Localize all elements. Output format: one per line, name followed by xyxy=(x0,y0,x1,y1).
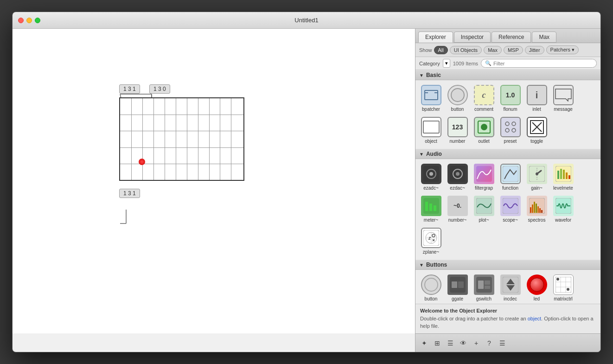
obj-matrixctrl[interactable]: matrixctrl xyxy=(550,273,576,304)
filtergrap-label: filtergrap xyxy=(475,185,493,191)
grid-view-icon[interactable]: ⊞ xyxy=(432,338,442,348)
obj-levelmete[interactable]: levelmete xyxy=(550,162,576,193)
canvas-area[interactable]: 1 3 1 1 3 0 xyxy=(13,29,415,352)
number-label: number xyxy=(450,139,466,144)
wavefor-label: wavefor xyxy=(555,217,571,223)
obj-spectros[interactable]: spectros xyxy=(524,194,549,225)
help-icon[interactable]: ? xyxy=(484,338,494,348)
grid-line xyxy=(120,147,243,148)
obj-ezdac[interactable]: ezdac~ xyxy=(445,162,470,193)
obj-preset[interactable]: preset xyxy=(498,115,523,146)
filter-all[interactable]: All xyxy=(434,46,448,54)
num-box-131-top[interactable]: 1 3 1 xyxy=(119,84,140,94)
incdec-icon xyxy=(500,275,521,295)
category-name-audio: Audio xyxy=(426,151,442,157)
list-view-icon[interactable]: ☰ xyxy=(445,338,455,348)
comment-icon: c xyxy=(474,85,494,105)
minimize-button[interactable] xyxy=(26,18,32,23)
gain-label: gain~ xyxy=(531,185,543,191)
obj-button[interactable]: button xyxy=(445,83,470,114)
ezadc-label: ezadc~ xyxy=(423,185,439,191)
matrixctrl-icon xyxy=(553,275,574,295)
category-dropdown[interactable]: ▾ xyxy=(443,59,450,68)
tab-reference[interactable]: Reference xyxy=(492,32,531,43)
maximize-button[interactable] xyxy=(35,18,40,23)
close-button[interactable] xyxy=(18,18,24,23)
filter-patchers[interactable]: Patchers ▾ xyxy=(546,45,579,54)
items-count: 1009 Items xyxy=(453,61,478,66)
welcome-text: Double-click or drag into a patcher to c… xyxy=(420,315,596,330)
spectros-label: spectros xyxy=(528,217,546,223)
obj-gswitch[interactable]: gswitch xyxy=(471,273,497,304)
num-box-131-bot[interactable]: 1 3 1 xyxy=(119,189,140,198)
obj-flonum[interactable]: 1.0 flonum xyxy=(498,83,523,114)
category-header-buttons[interactable]: ▼ Buttons xyxy=(415,260,600,270)
obj-ggate[interactable]: ggate xyxy=(445,273,470,304)
add-icon[interactable]: + xyxy=(471,338,481,348)
inlet-label: inlet xyxy=(532,107,541,112)
svg-point-34 xyxy=(456,172,460,176)
obj-number[interactable]: 123 number xyxy=(445,115,470,146)
grid-line xyxy=(231,98,231,180)
svg-rect-42 xyxy=(560,169,562,179)
obj-meter[interactable]: meter~ xyxy=(418,194,444,225)
eye-icon[interactable]: 👁 xyxy=(458,338,468,348)
led-label: led xyxy=(534,296,540,302)
filter-jitter[interactable]: Jitter xyxy=(525,46,544,54)
obj-incdec[interactable]: incdec xyxy=(498,273,523,304)
svg-rect-19 xyxy=(423,121,439,133)
button-label: button xyxy=(451,107,464,112)
obj-object[interactable]: object xyxy=(418,115,444,146)
category-header-basic[interactable]: ▼ Basic xyxy=(415,70,600,80)
obj-plottilde[interactable]: plot~ xyxy=(471,194,497,225)
svg-point-23 xyxy=(512,122,516,126)
obj-ezadc[interactable]: ezadc~ xyxy=(418,162,444,193)
filter-input-wrapper[interactable]: 🔍 xyxy=(481,59,597,68)
filter-msp[interactable]: MSP xyxy=(504,46,523,54)
category-arrow-basic: ▼ xyxy=(419,73,424,78)
obj-outlet[interactable]: outlet xyxy=(471,115,497,146)
gswitch-icon xyxy=(474,275,494,295)
obj-bpatcher[interactable]: bpatcher xyxy=(418,83,444,114)
obj-zplane[interactable]: z zplane~ xyxy=(418,226,444,257)
obj-message[interactable]: message xyxy=(550,83,576,114)
obj-function[interactable]: function xyxy=(498,162,523,193)
svg-point-39 xyxy=(536,172,538,175)
star-icon[interactable]: ✦ xyxy=(419,338,429,348)
bpatcher-icon xyxy=(421,85,441,105)
obj-gain[interactable]: gain~ xyxy=(524,162,549,193)
filter-search-input[interactable] xyxy=(493,61,593,66)
tab-inspector[interactable]: Inspector xyxy=(454,32,491,43)
obj-led[interactable]: led xyxy=(524,273,549,304)
patcher-canvas[interactable]: 1 3 1 1 3 0 xyxy=(13,29,415,333)
category-name-buttons: Buttons xyxy=(426,262,447,268)
message-label: message xyxy=(554,107,573,112)
obj-btn-button[interactable]: button xyxy=(418,273,444,304)
svg-rect-57 xyxy=(537,206,539,213)
filter-max[interactable]: Max xyxy=(484,46,502,54)
obj-comment[interactable]: c comment xyxy=(471,83,497,114)
obj-inlet[interactable]: i inlet xyxy=(524,83,549,114)
filter-ui-objects[interactable]: UI Objects xyxy=(450,46,482,54)
obj-wavefor[interactable]: wavefor xyxy=(550,194,576,225)
objects-list: ▼ Basic bpatcher xyxy=(415,70,600,304)
wire-layer xyxy=(13,29,415,333)
svg-point-85 xyxy=(567,288,569,291)
category-header-audio[interactable]: ▼ Audio xyxy=(415,149,600,159)
svg-point-22 xyxy=(505,122,509,126)
obj-filtergrap[interactable]: filtergrap xyxy=(471,162,497,193)
obj-toggle[interactable]: toggle xyxy=(524,115,549,146)
gswitch-label: gswitch xyxy=(476,296,492,302)
tab-explorer[interactable]: Explorer xyxy=(418,32,453,43)
matrix-object[interactable] xyxy=(119,97,244,181)
svg-point-24 xyxy=(505,128,509,132)
tab-max[interactable]: Max xyxy=(532,32,556,43)
numbertilde-label: number~ xyxy=(448,217,467,223)
grid-line xyxy=(209,98,210,180)
svg-rect-47 xyxy=(425,202,428,211)
obj-scopetilde[interactable]: scope~ xyxy=(498,194,523,225)
svg-point-84 xyxy=(556,278,559,281)
menu-icon[interactable]: ☰ xyxy=(497,338,507,348)
num-box-130[interactable]: 1 3 0 xyxy=(149,84,170,94)
obj-numbertilde[interactable]: ~0. number~ xyxy=(445,194,470,225)
